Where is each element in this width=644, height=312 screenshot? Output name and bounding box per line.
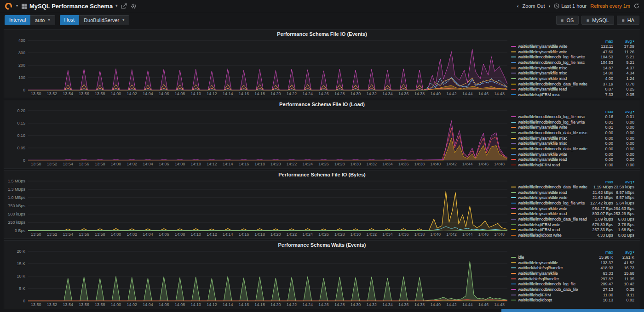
series-color-dash[interactable]	[511, 159, 516, 160]
series-color-dash[interactable]	[511, 208, 516, 209]
series-name[interactable]: wait/io/table/sql/handler	[518, 277, 587, 281]
link-ha-button[interactable]: ≡ HA	[617, 16, 639, 25]
series-color-dash[interactable]	[511, 68, 516, 68]
legend-sort-avg[interactable]: avg ▾	[613, 180, 634, 184]
timeseries-chart[interactable]: 05 K10 K15 K20 K13:5013:5213:5413:5613:5…	[5, 249, 511, 308]
series-name[interactable]: wait/io/file/sql/FRM write	[518, 222, 587, 227]
series-color-dash[interactable]	[511, 122, 516, 123]
timeseries-chart[interactable]: 010020030040013:5013:5213:5413:5613:5814…	[5, 38, 511, 97]
series-name[interactable]: wait/io/file/innodb/innodb_data_file wri…	[518, 82, 587, 86]
series-color-dash[interactable]	[511, 224, 516, 225]
series-name[interactable]: wait/io/file/myisam/kfile write	[518, 50, 587, 54]
series-name[interactable]: wait/io/file/myisam/kfile misc	[518, 141, 587, 146]
legend-sort-max[interactable]: max	[587, 109, 613, 114]
series-color-dash[interactable]	[511, 273, 516, 274]
series-name[interactable]: wait/io/file/innodb/innodb_log_file misc	[518, 60, 587, 65]
interval-select[interactable]: auto ▾	[30, 15, 55, 25]
panel-title[interactable]: Performance Schema File IO (Bytes)	[4, 170, 640, 178]
series-name[interactable]: wait/io/file/sql/dbopt	[518, 298, 587, 302]
series-color-dash[interactable]	[511, 229, 516, 230]
refresh-interval-picker[interactable]: Refresh every 1m	[590, 3, 630, 9]
series-color-dash[interactable]	[511, 165, 516, 165]
panel-title[interactable]: Performance Schema Waits (Events)	[4, 241, 640, 249]
time-shift-forward-icon[interactable]: ›	[548, 3, 550, 9]
logo-caret-icon[interactable]: ▾	[16, 4, 18, 8]
series-name[interactable]: wait/io/file/sql/dboot write	[518, 233, 587, 238]
series-name[interactable]: wait/io/file/myisam/kfile read	[518, 211, 587, 216]
series-name[interactable]: wait/io/file/myisam/dfile misc	[518, 136, 587, 141]
series-name[interactable]: wait/io/file/innodb/innodb_log_file writ…	[518, 55, 587, 59]
share-icon[interactable]	[121, 3, 127, 9]
series-color-dash[interactable]	[511, 46, 516, 47]
dashboard-title-picker[interactable]: MySQL Performance Schema ▾	[22, 3, 117, 10]
series-name[interactable]: wait/io/file/myisam/kfile	[518, 271, 587, 276]
settings-gear-icon[interactable]	[131, 3, 137, 9]
series-color-dash[interactable]	[511, 51, 516, 52]
series-name[interactable]: wait/io/file/innodb/innodb_data_file wri…	[518, 147, 587, 151]
series-name[interactable]: wait/io/file/myisam/dfile read	[518, 190, 587, 195]
link-os-button[interactable]: ≡ OS	[556, 16, 579, 25]
series-name[interactable]: wait/io/file/myisam/kfile write	[518, 206, 587, 211]
legend-sort-max[interactable]: max	[587, 180, 613, 184]
series-name[interactable]: wait/io/file/myisam/dfile write	[518, 125, 587, 130]
legend-sort-avg[interactable]: avg ▾	[613, 39, 634, 44]
host-select[interactable]: DuoBuildServer ▾	[79, 15, 129, 25]
series-color-dash[interactable]	[511, 213, 516, 214]
series-name[interactable]: wait/io/file/sql/FRM read	[518, 227, 587, 232]
series-color-dash[interactable]	[511, 262, 516, 263]
series-name[interactable]: wait/io/file/myisam/dfile write	[518, 44, 587, 49]
link-mysql-button[interactable]: ≡ MySQL	[581, 16, 614, 25]
series-color-dash[interactable]	[511, 84, 516, 85]
time-shift-back-icon[interactable]: ‹	[517, 3, 519, 9]
series-color-dash[interactable]	[511, 192, 516, 193]
series-color-dash[interactable]	[511, 78, 516, 79]
series-name[interactable]: wait/io/file/sql/FRM misc	[518, 92, 587, 97]
series-color-dash[interactable]	[511, 187, 516, 187]
series-color-dash[interactable]	[511, 116, 516, 117]
series-name[interactable]: wait/io/file/innodb/innodb_data_file rea…	[518, 217, 587, 221]
legend-sort-avg[interactable]: avg ▾	[613, 109, 634, 114]
timeseries-chart[interactable]: 0 Bps250 kBps500 kBps750 kBps1.0 MBps1.3…	[5, 178, 511, 238]
legend-sort-max[interactable]: max	[587, 39, 613, 44]
series-name[interactable]: idle	[518, 255, 587, 260]
zoom-out-button[interactable]: Zoom Out	[523, 3, 545, 9]
series-name[interactable]: wait/io/file/myisam/dfile write	[518, 195, 587, 200]
series-color-dash[interactable]	[511, 197, 516, 198]
series-name[interactable]: wait/io/file/innodb/innodb_log_file misc	[518, 114, 587, 119]
series-color-dash[interactable]	[511, 295, 516, 295]
series-color-dash[interactable]	[511, 89, 516, 90]
series-color-dash[interactable]	[511, 289, 516, 290]
series-name[interactable]: wait/io/file/myisam/kfile write	[518, 152, 587, 157]
series-color-dash[interactable]	[511, 219, 516, 220]
timeseries-chart[interactable]: 00.050.100.150.2013:5013:5213:5413:5613:…	[5, 108, 511, 168]
series-color-dash[interactable]	[511, 94, 516, 95]
add-row-button[interactable]	[501, 309, 644, 312]
series-name[interactable]: wait/io/file/innodb/innodb_data_file wri…	[518, 185, 587, 189]
series-color-dash[interactable]	[511, 62, 516, 63]
grafana-logo[interactable]	[5, 2, 12, 10]
series-color-dash[interactable]	[511, 235, 516, 236]
series-name[interactable]: wait/io/file/myisam/kfile read	[518, 76, 587, 81]
series-name[interactable]: wait/io/file/innodb/innodb_data_file	[518, 287, 587, 292]
panel-title[interactable]: Performance Schema File IO (Load)	[4, 100, 640, 108]
series-color-dash[interactable]	[511, 148, 516, 149]
panel-title[interactable]: Performance Schema File IO (Events)	[4, 30, 640, 38]
series-name[interactable]: wait/io/file/innodb/innodb_data_file mis…	[518, 130, 587, 135]
series-color-dash[interactable]	[511, 57, 516, 57]
series-color-dash[interactable]	[511, 154, 516, 155]
series-name[interactable]: wait/io/file/myisam/kfile misc	[518, 71, 587, 75]
series-name[interactable]: wait/io/file/sql/FRM	[518, 293, 587, 297]
series-name[interactable]: wait/io/file/myisam/dfile read	[518, 157, 587, 162]
legend-sort-max[interactable]: max	[587, 250, 613, 255]
series-color-dash[interactable]	[511, 203, 516, 204]
series-color-dash[interactable]	[511, 132, 516, 133]
series-name[interactable]: wait/io/file/innodb/innodb_log_file	[518, 282, 587, 286]
refresh-icon[interactable]	[634, 3, 639, 9]
series-name[interactable]: wait/io/file/sql/FRM read	[518, 163, 587, 167]
series-name[interactable]: wait/io/file/innodb/innodb_log_file writ…	[518, 120, 587, 125]
series-color-dash[interactable]	[511, 73, 516, 74]
series-color-dash[interactable]	[511, 257, 516, 258]
series-color-dash[interactable]	[511, 267, 516, 268]
series-color-dash[interactable]	[511, 284, 516, 284]
series-name[interactable]: wait/io/file/myisam/dfile	[518, 261, 587, 265]
